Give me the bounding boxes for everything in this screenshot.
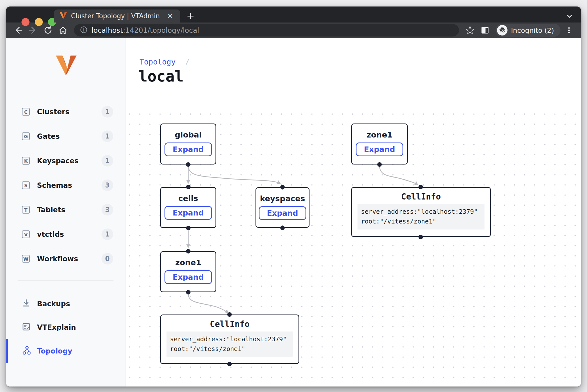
expand-button[interactable]: Expand [164, 142, 212, 156]
keyspaces-letter-icon: K [22, 157, 30, 165]
url-text: localhost:14201/topology/local [92, 26, 199, 34]
incognito-avatar-icon [497, 25, 508, 36]
topology-icon [22, 346, 32, 356]
incognito-label: Incognito (2) [511, 26, 554, 34]
close-tab-icon[interactable]: ✕ [166, 12, 175, 20]
browser-toolbar: localhost:14201/topology/local Incognito… [6, 22, 581, 38]
node-cells[interactable]: cells Expand [160, 187, 216, 228]
node-zone1-lower[interactable]: zone1 Expand [160, 251, 216, 292]
new-tab-button[interactable]: + [184, 10, 197, 22]
active-nav-indicator [6, 339, 8, 363]
home-icon[interactable] [56, 24, 70, 37]
port-handle [186, 226, 190, 230]
sidebar-item-backups[interactable]: Backups [6, 295, 126, 313]
clusters-letter-icon: C [22, 108, 30, 116]
tab-strip: Cluster Topology | VTAdmin ✕ + [6, 6, 581, 22]
download-icon [22, 298, 31, 309]
expand-button[interactable]: Expand [164, 206, 212, 220]
url-bar[interactable]: localhost:14201/topology/local [74, 24, 459, 36]
browser-menu-icon[interactable] [562, 24, 576, 37]
count-badge: 1 [102, 228, 113, 240]
count-badge: 1 [102, 106, 113, 118]
tab-title: Cluster Topology | VTAdmin [71, 12, 162, 20]
sidebar-item-clusters[interactable]: C Clusters 1 [6, 103, 126, 121]
bookmark-star-icon[interactable] [464, 24, 476, 37]
tablets-letter-icon: T [22, 206, 30, 214]
count-badge: 0 [102, 253, 113, 264]
node-cellinfo-bottom[interactable]: CellInfo server_address:"localhost:2379"… [160, 314, 299, 364]
vitess-logo [56, 55, 77, 76]
port-handle [186, 185, 190, 189]
schemas-letter-icon: S [22, 182, 30, 189]
cellinfo-code: server_address:"localhost:2379" root:"/v… [358, 204, 484, 230]
expand-button[interactable]: Expand [259, 206, 306, 220]
port-handle [377, 162, 382, 167]
port-handle [418, 235, 423, 239]
sidebar: C Clusters 1 G Gates 1 K Keyspaces 1 S S… [6, 38, 126, 386]
gates-letter-icon: G [22, 132, 30, 140]
expand-button[interactable]: Expand [164, 270, 212, 284]
tab-search-chevron-icon[interactable] [564, 11, 574, 21]
port-handle [186, 290, 190, 294]
port-handle [418, 185, 423, 189]
cellinfo-title: CellInfo [161, 319, 298, 329]
site-info-icon[interactable] [80, 26, 88, 34]
count-badge: 3 [102, 204, 113, 216]
app-content: C Clusters 1 G Gates 1 K Keyspaces 1 S S… [6, 38, 581, 386]
vtexplain-document-icon [22, 322, 31, 332]
cellinfo-code: server_address:"localhost:2379" root:"/v… [166, 332, 293, 357]
browser-window: Cluster Topology | VTAdmin ✕ + localhost… [6, 6, 581, 386]
vtctlds-letter-icon: V [22, 230, 30, 238]
main-panel: Topology / local global Exp [126, 38, 581, 386]
sidebar-item-tablets[interactable]: T Tablets 3 [6, 201, 126, 219]
node-global[interactable]: global Expand [160, 124, 216, 164]
node-cellinfo-right[interactable]: CellInfo server_address:"localhost:2379"… [351, 187, 491, 237]
sidebar-item-keyspaces[interactable]: K Keyspaces 1 [6, 152, 126, 170]
port-handle [186, 162, 190, 167]
sidebar-item-workflows[interactable]: W Workflows 0 [6, 250, 126, 268]
cellinfo-title: CellInfo [352, 192, 490, 202]
traffic-lights [22, 18, 56, 26]
expand-button[interactable]: Expand [356, 142, 403, 156]
close-window-button[interactable] [22, 18, 30, 26]
sidebar-divider [18, 280, 114, 281]
count-badge: 1 [102, 155, 113, 166]
count-badge: 3 [102, 180, 113, 191]
browser-tab[interactable]: Cluster Topology | VTAdmin ✕ [54, 10, 180, 22]
node-keyspaces[interactable]: keyspaces Expand [256, 187, 310, 228]
port-handle [227, 362, 232, 366]
sidebar-item-gates[interactable]: G Gates 1 [6, 127, 126, 145]
url-host: localhost [92, 26, 123, 34]
node-zone1-top[interactable]: zone1 Expand [351, 124, 408, 164]
port-handle [280, 226, 285, 230]
incognito-badge[interactable]: Incognito (2) [496, 24, 560, 37]
minimize-window-button[interactable] [35, 18, 43, 26]
sidebar-item-vtexplain[interactable]: VTExplain [6, 318, 126, 336]
port-handle [186, 249, 190, 254]
vitess-favicon-icon [60, 12, 67, 20]
side-panel-icon[interactable] [478, 24, 492, 37]
sidebar-item-topology[interactable]: Topology [6, 342, 126, 360]
sidebar-item-schemas[interactable]: S Schemas 3 [6, 176, 126, 194]
port-handle [227, 312, 232, 317]
workflows-letter-icon: W [22, 255, 30, 263]
port-handle [280, 185, 285, 190]
sidebar-item-vtctlds[interactable]: V vtctlds 1 [6, 225, 126, 243]
count-badge: 1 [102, 130, 113, 142]
url-path: :14201/topology/local [123, 26, 199, 34]
